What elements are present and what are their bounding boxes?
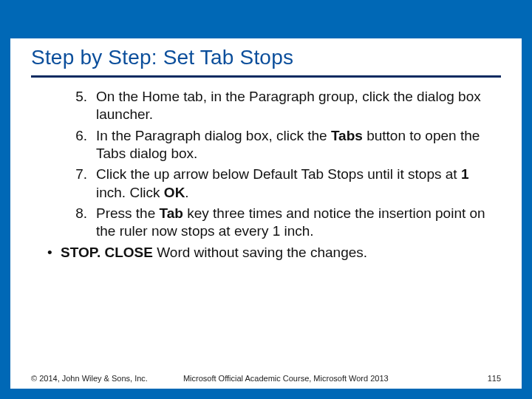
step-item: Click the up arrow below Default Tab Sto… <box>75 166 501 202</box>
slide-content: Step by Step: Set Tab Stops On the Home … <box>10 38 522 262</box>
footer-course: Microsoft Official Academic Course, Micr… <box>183 374 488 383</box>
step-item: In the Paragraph dialog box, click the T… <box>75 127 501 163</box>
bullet-item: STOP. CLOSE Word without saving the chan… <box>50 244 501 262</box>
slide-frame: Step by Step: Set Tab Stops On the Home … <box>0 0 532 399</box>
bullet-list: STOP. CLOSE Word without saving the chan… <box>31 244 501 262</box>
slide-title: Step by Step: Set Tab Stops <box>31 46 501 78</box>
footer-copyright: © 2014, John Wiley & Sons, Inc. <box>31 374 148 383</box>
slide-footer: © 2014, John Wiley & Sons, Inc. Microsof… <box>10 374 522 383</box>
step-list: On the Home tab, in the Paragraph group,… <box>31 88 501 241</box>
step-item: On the Home tab, in the Paragraph group,… <box>75 88 501 124</box>
footer-page-number: 115 <box>488 374 501 383</box>
step-item: Press the Tab key three times and notice… <box>75 205 501 241</box>
